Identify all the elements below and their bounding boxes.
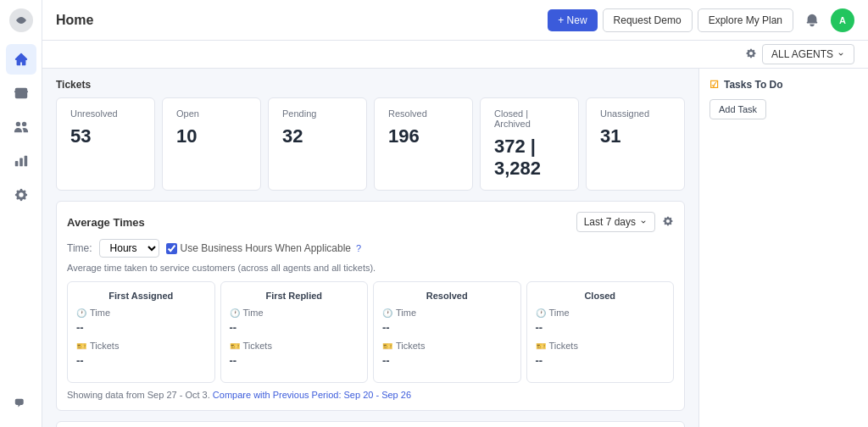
avg-tickets-metric: 🎫 Tickets: [382, 341, 512, 351]
clock-icon: 🕐: [230, 308, 240, 318]
avg-tickets-metric: 🎫 Tickets: [76, 341, 206, 351]
notifications-bell[interactable]: [798, 7, 826, 34]
avg-col-title: First Assigned: [76, 291, 206, 301]
tickets-label: Tickets: [56, 79, 685, 91]
avg-time-metric: 🕐 Time: [230, 308, 359, 318]
avg-cols: First Assigned 🕐 Time -- 🎫 Tickets -- Fi…: [67, 281, 674, 383]
ticket-card-label: Pending: [282, 108, 353, 119]
info-icon[interactable]: ?: [356, 243, 361, 253]
tickets-section: Tickets Unresolved53Open10Pending32Resol…: [56, 79, 685, 191]
agents-bar: ALL AGENTS: [42, 41, 868, 69]
avg-time-metric: 🕐 Time: [382, 308, 512, 318]
sidebar: [0, 0, 42, 427]
avg-tickets-value: --: [536, 354, 665, 367]
avg-col-title: Closed: [536, 291, 665, 301]
topbar: Home + New Request Demo Explore My Plan …: [42, 0, 868, 41]
business-hours-checkbox[interactable]: [166, 243, 177, 254]
ticket-card[interactable]: Closed | Archived372 | 3,282: [480, 97, 579, 191]
ticket-cards: Unresolved53Open10Pending32Resolved196Cl…: [56, 97, 685, 191]
date-note: Showing data from Sep 27 - Oct 3. Compar…: [67, 390, 674, 400]
tasks-title: ☑ Tasks To Do: [709, 79, 858, 91]
ticket-icon: 🎫: [536, 341, 546, 351]
avg-settings-button[interactable]: [662, 215, 674, 230]
ticket-card-value: 31: [600, 125, 670, 147]
compare-link[interactable]: Compare with Previous Period: Sep 20 - S…: [213, 390, 411, 400]
page-title: Home: [56, 13, 548, 28]
ticket-card[interactable]: Unresolved53: [56, 97, 155, 191]
avg-col: First Replied 🕐 Time -- 🎫 Tickets --: [220, 281, 369, 383]
avg-col-title: Resolved: [382, 291, 512, 301]
sidebar-item-home[interactable]: [6, 44, 36, 75]
avg-time-metric: 🕐 Time: [536, 308, 665, 318]
avg-col: First Assigned 🕐 Time -- 🎫 Tickets --: [67, 281, 215, 383]
ticket-card[interactable]: Unassigned31: [586, 97, 685, 191]
time-label: Time:: [67, 242, 92, 254]
avg-times-section: Average Times Last 7 days Time:: [56, 201, 685, 411]
tasks-icon: ☑: [709, 79, 719, 91]
avg-time-value: --: [536, 321, 665, 334]
sidebar-item-tickets[interactable]: [6, 78, 36, 108]
sidebar-item-chat[interactable]: [6, 393, 36, 424]
ticket-card[interactable]: Pending32: [268, 97, 367, 191]
sidebar-item-settings[interactable]: [6, 180, 36, 210]
main-area: Home + New Request Demo Explore My Plan …: [42, 0, 868, 427]
avatar[interactable]: A: [831, 8, 854, 32]
avg-date-label: Last 7 days: [584, 216, 636, 228]
add-task-button[interactable]: Add Task: [709, 99, 766, 119]
ticket-card-label: Unassigned: [600, 108, 670, 119]
logo[interactable]: [8, 7, 35, 34]
avg-tickets-metric: 🎫 Tickets: [230, 341, 359, 351]
ticket-card-value: 372 | 3,282: [494, 136, 565, 180]
ticket-icon: 🎫: [230, 341, 240, 351]
avg-time-metric: 🕐 Time: [76, 308, 206, 318]
avg-col: Closed 🕐 Time -- 🎫 Tickets --: [526, 281, 675, 383]
ticket-card-value: 53: [70, 125, 141, 147]
tasks-panel: ☑ Tasks To Do Add Task: [698, 69, 868, 427]
topbar-actions: + New Request Demo Explore My Plan A: [548, 7, 854, 34]
ticket-card-label: Resolved: [388, 108, 459, 119]
content-area: Tickets Unresolved53Open10Pending32Resol…: [42, 69, 868, 427]
clock-icon: 🕐: [382, 308, 392, 318]
ticket-card[interactable]: Open10: [162, 97, 261, 191]
time-controls-row: Time: Hours Use Business Hours When Appl…: [67, 239, 674, 258]
clock-icon: 🕐: [536, 308, 546, 318]
business-hours-label[interactable]: Use Business Hours When Applicable ?: [166, 242, 362, 254]
ticket-card-label: Unresolved: [70, 108, 141, 119]
new-button[interactable]: + New: [548, 9, 597, 31]
main-content: Tickets Unresolved53Open10Pending32Resol…: [42, 69, 698, 427]
avg-col: Resolved 🕐 Time -- 🎫 Tickets --: [373, 281, 521, 383]
hours-select[interactable]: Hours: [99, 239, 159, 258]
avg-times-header: Average Times Last 7 days: [67, 212, 674, 232]
explore-plan-button[interactable]: Explore My Plan: [698, 8, 793, 32]
sidebar-item-reports[interactable]: [6, 146, 36, 176]
ticket-icon: 🎫: [76, 341, 86, 351]
avg-col-title: First Replied: [230, 291, 359, 301]
ticket-card-value: 10: [176, 125, 247, 147]
agents-gear-icon[interactable]: [745, 47, 757, 62]
avg-time-value: --: [230, 321, 359, 334]
avg-time-value: --: [76, 321, 206, 334]
ticket-card-label: Closed | Archived: [494, 108, 565, 129]
request-demo-button[interactable]: Request Demo: [603, 8, 693, 32]
avg-date-dropdown[interactable]: Last 7 days: [576, 212, 655, 232]
agents-dropdown[interactable]: ALL AGENTS: [762, 44, 854, 64]
avg-tickets-value: --: [382, 354, 512, 367]
avg-tickets-value: --: [76, 354, 206, 367]
surveys-section: Surveys Looks like you haven't created a…: [56, 421, 685, 427]
avg-desc: Average time taken to service customers …: [67, 263, 674, 273]
sidebar-item-contacts[interactable]: [6, 112, 36, 142]
avg-times-title: Average Times: [67, 216, 145, 229]
agents-dropdown-label: ALL AGENTS: [771, 48, 833, 60]
ticket-card-label: Open: [176, 108, 247, 119]
ticket-card-value: 196: [388, 125, 459, 147]
avg-tickets-metric: 🎫 Tickets: [536, 341, 665, 351]
ticket-icon: 🎫: [382, 341, 392, 351]
avg-tickets-value: --: [230, 354, 359, 367]
ticket-card[interactable]: Resolved196: [374, 97, 473, 191]
clock-icon: 🕐: [76, 308, 86, 318]
ticket-card-value: 32: [282, 125, 353, 147]
avg-time-value: --: [382, 321, 512, 334]
